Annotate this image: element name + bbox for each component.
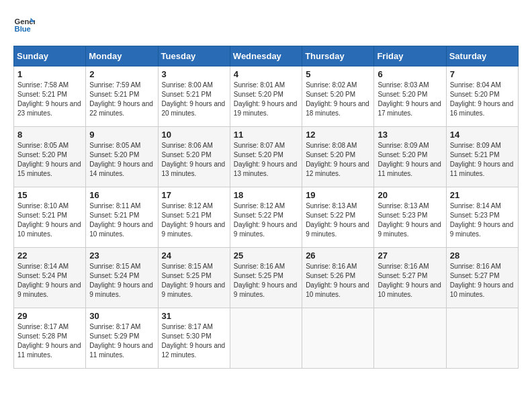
- day-info: Sunrise: 8:16 AM Sunset: 5:27 PM Dayligh…: [450, 262, 515, 300]
- day-info: Sunrise: 8:11 AM Sunset: 5:21 PM Dayligh…: [89, 201, 154, 239]
- svg-text:Blue: Blue: [15, 25, 31, 33]
- calendar-cell: 31 Sunrise: 8:17 AM Sunset: 5:30 PM Dayl…: [158, 308, 230, 369]
- day-info: Sunrise: 8:17 AM Sunset: 5:30 PM Dayligh…: [162, 322, 226, 360]
- calendar-week-row: 1 Sunrise: 7:58 AM Sunset: 5:21 PM Dayli…: [14, 66, 519, 127]
- day-info: Sunrise: 8:06 AM Sunset: 5:20 PM Dayligh…: [162, 141, 226, 179]
- day-number: 28: [450, 250, 515, 261]
- calendar-cell: 14 Sunrise: 8:09 AM Sunset: 5:21 PM Dayl…: [446, 127, 518, 187]
- day-info: Sunrise: 8:07 AM Sunset: 5:20 PM Dayligh…: [234, 141, 298, 179]
- day-number: 10: [162, 130, 226, 140]
- day-info: Sunrise: 8:05 AM Sunset: 5:20 PM Dayligh…: [17, 141, 82, 179]
- calendar-cell: 28 Sunrise: 8:16 AM Sunset: 5:27 PM Dayl…: [446, 248, 518, 308]
- calendar-cell: 29 Sunrise: 8:17 AM Sunset: 5:28 PM Dayl…: [14, 308, 86, 369]
- day-info: Sunrise: 8:05 AM Sunset: 5:20 PM Dayligh…: [89, 141, 154, 179]
- day-info: Sunrise: 8:08 AM Sunset: 5:20 PM Dayligh…: [306, 141, 370, 179]
- calendar-cell: 26 Sunrise: 8:16 AM Sunset: 5:26 PM Dayl…: [302, 248, 374, 308]
- day-info: Sunrise: 8:16 AM Sunset: 5:27 PM Dayligh…: [378, 262, 442, 300]
- day-number: 27: [378, 250, 442, 261]
- day-header-thursday: Thursday: [302, 46, 374, 66]
- calendar-cell: 24 Sunrise: 8:15 AM Sunset: 5:25 PM Dayl…: [158, 248, 230, 308]
- day-header-friday: Friday: [374, 46, 446, 66]
- day-info: Sunrise: 8:17 AM Sunset: 5:29 PM Dayligh…: [89, 322, 154, 360]
- calendar-cell: 10 Sunrise: 8:06 AM Sunset: 5:20 PM Dayl…: [158, 127, 230, 187]
- calendar-cell: [374, 308, 446, 369]
- logo-icon: General Blue: [13, 13, 35, 35]
- calendar-week-row: 29 Sunrise: 8:17 AM Sunset: 5:28 PM Dayl…: [14, 308, 519, 369]
- day-info: Sunrise: 8:09 AM Sunset: 5:21 PM Dayligh…: [450, 141, 515, 179]
- day-number: 11: [234, 130, 298, 140]
- calendar-week-row: 8 Sunrise: 8:05 AM Sunset: 5:20 PM Dayli…: [14, 127, 519, 187]
- day-info: Sunrise: 8:16 AM Sunset: 5:26 PM Dayligh…: [306, 262, 370, 300]
- calendar-week-row: 15 Sunrise: 8:10 AM Sunset: 5:21 PM Dayl…: [14, 187, 519, 248]
- day-number: 8: [17, 130, 82, 140]
- day-number: 3: [162, 69, 226, 79]
- day-number: 26: [306, 250, 370, 261]
- day-number: 15: [17, 190, 82, 200]
- day-info: Sunrise: 8:12 AM Sunset: 5:22 PM Dayligh…: [234, 201, 298, 239]
- day-number: 30: [89, 311, 154, 321]
- day-info: Sunrise: 8:15 AM Sunset: 5:24 PM Dayligh…: [89, 262, 154, 300]
- calendar-cell: 27 Sunrise: 8:16 AM Sunset: 5:27 PM Dayl…: [374, 248, 446, 308]
- calendar-cell: 19 Sunrise: 8:13 AM Sunset: 5:22 PM Dayl…: [302, 187, 374, 248]
- day-info: Sunrise: 8:13 AM Sunset: 5:23 PM Dayligh…: [378, 201, 442, 239]
- day-info: Sunrise: 8:12 AM Sunset: 5:21 PM Dayligh…: [162, 201, 226, 239]
- day-info: Sunrise: 8:13 AM Sunset: 5:22 PM Dayligh…: [306, 201, 370, 239]
- day-number: 1: [17, 69, 82, 79]
- calendar-cell: 23 Sunrise: 8:15 AM Sunset: 5:24 PM Dayl…: [86, 248, 158, 308]
- calendar-cell: 6 Sunrise: 8:03 AM Sunset: 5:20 PM Dayli…: [374, 66, 446, 127]
- calendar-cell: 15 Sunrise: 8:10 AM Sunset: 5:21 PM Dayl…: [14, 187, 86, 248]
- calendar-cell: 7 Sunrise: 8:04 AM Sunset: 5:20 PM Dayli…: [446, 66, 518, 127]
- day-info: Sunrise: 8:14 AM Sunset: 5:24 PM Dayligh…: [17, 262, 82, 300]
- calendar-cell: [446, 308, 518, 369]
- calendar-cell: [230, 308, 302, 369]
- calendar-cell: 9 Sunrise: 8:05 AM Sunset: 5:20 PM Dayli…: [86, 127, 158, 187]
- logo: General Blue: [13, 13, 38, 35]
- day-info: Sunrise: 8:01 AM Sunset: 5:20 PM Dayligh…: [234, 81, 298, 118]
- calendar-cell: 3 Sunrise: 8:00 AM Sunset: 5:21 PM Dayli…: [158, 66, 230, 127]
- day-number: 23: [89, 250, 154, 261]
- day-header-monday: Monday: [86, 46, 158, 66]
- calendar-cell: 13 Sunrise: 8:09 AM Sunset: 5:20 PM Dayl…: [374, 127, 446, 187]
- day-info: Sunrise: 8:03 AM Sunset: 5:20 PM Dayligh…: [378, 81, 442, 118]
- calendar-cell: 16 Sunrise: 8:11 AM Sunset: 5:21 PM Dayl…: [86, 187, 158, 248]
- day-number: 22: [17, 250, 82, 261]
- day-header-wednesday: Wednesday: [230, 46, 302, 66]
- day-header-sunday: Sunday: [14, 46, 86, 66]
- day-number: 29: [17, 311, 82, 321]
- day-header-saturday: Saturday: [446, 46, 518, 66]
- calendar-cell: 12 Sunrise: 8:08 AM Sunset: 5:20 PM Dayl…: [302, 127, 374, 187]
- day-number: 13: [378, 130, 442, 140]
- page-header: General Blue: [13, 13, 519, 35]
- day-number: 9: [89, 130, 154, 140]
- day-info: Sunrise: 8:09 AM Sunset: 5:20 PM Dayligh…: [378, 141, 442, 179]
- calendar-cell: [302, 308, 374, 369]
- day-info: Sunrise: 8:00 AM Sunset: 5:21 PM Dayligh…: [162, 81, 226, 118]
- calendar-cell: 25 Sunrise: 8:16 AM Sunset: 5:25 PM Dayl…: [230, 248, 302, 308]
- day-number: 20: [378, 190, 442, 200]
- calendar-table: SundayMondayTuesdayWednesdayThursdayFrid…: [13, 46, 519, 369]
- calendar-cell: 11 Sunrise: 8:07 AM Sunset: 5:20 PM Dayl…: [230, 127, 302, 187]
- day-number: 17: [162, 190, 226, 200]
- calendar-cell: 20 Sunrise: 8:13 AM Sunset: 5:23 PM Dayl…: [374, 187, 446, 248]
- day-info: Sunrise: 7:59 AM Sunset: 5:21 PM Dayligh…: [89, 81, 154, 118]
- day-number: 12: [306, 130, 370, 140]
- calendar-cell: 30 Sunrise: 8:17 AM Sunset: 5:29 PM Dayl…: [86, 308, 158, 369]
- calendar-cell: 4 Sunrise: 8:01 AM Sunset: 5:20 PM Dayli…: [230, 66, 302, 127]
- day-number: 14: [450, 130, 515, 140]
- day-number: 6: [378, 69, 442, 79]
- day-number: 19: [306, 190, 370, 200]
- day-number: 7: [450, 69, 515, 79]
- calendar-cell: 18 Sunrise: 8:12 AM Sunset: 5:22 PM Dayl…: [230, 187, 302, 248]
- day-number: 2: [89, 69, 154, 79]
- day-number: 24: [162, 250, 226, 261]
- day-info: Sunrise: 8:10 AM Sunset: 5:21 PM Dayligh…: [17, 201, 82, 239]
- day-number: 16: [89, 190, 154, 200]
- calendar-cell: 5 Sunrise: 8:02 AM Sunset: 5:20 PM Dayli…: [302, 66, 374, 127]
- day-number: 21: [450, 190, 515, 200]
- day-number: 31: [162, 311, 226, 321]
- day-info: Sunrise: 8:04 AM Sunset: 5:20 PM Dayligh…: [450, 81, 515, 118]
- day-info: Sunrise: 8:17 AM Sunset: 5:28 PM Dayligh…: [17, 322, 82, 360]
- calendar-cell: 1 Sunrise: 7:58 AM Sunset: 5:21 PM Dayli…: [14, 66, 86, 127]
- day-number: 4: [234, 69, 298, 79]
- calendar-cell: 21 Sunrise: 8:14 AM Sunset: 5:23 PM Dayl…: [446, 187, 518, 248]
